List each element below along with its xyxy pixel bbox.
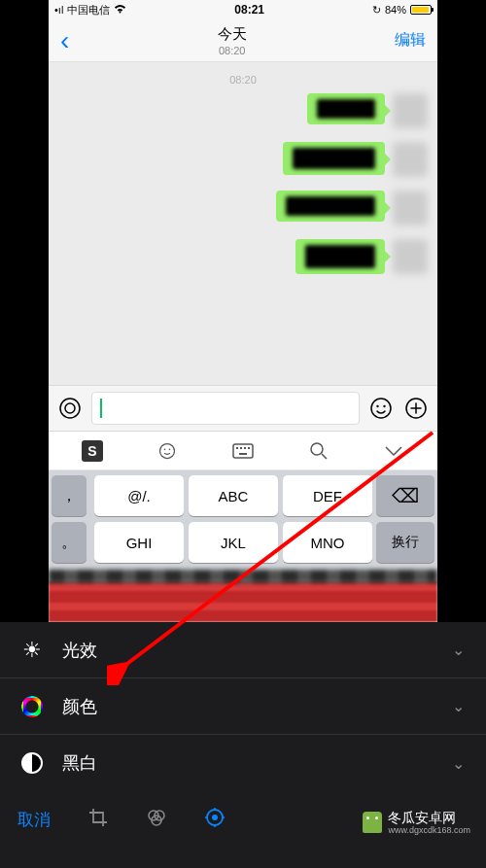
key-1[interactable]: @/. (94, 475, 184, 516)
message-row (58, 191, 428, 226)
svg-rect-11 (240, 447, 242, 449)
svg-point-6 (160, 443, 175, 458)
edit-bw-label: 黑白 (62, 751, 97, 775)
nav-subtitle: 08:20 (69, 45, 395, 56)
svg-rect-13 (248, 447, 250, 449)
adjust-icon[interactable] (204, 807, 226, 833)
message-input[interactable] (91, 392, 360, 425)
search-button[interactable] (301, 437, 336, 465)
svg-point-15 (311, 443, 323, 455)
svg-rect-12 (244, 447, 246, 449)
avatar[interactable] (393, 142, 428, 177)
svg-rect-14 (239, 453, 247, 455)
edit-button[interactable]: 编辑 (395, 30, 426, 51)
edit-light-row[interactable]: ☀ 光效 ⌄ (0, 622, 486, 678)
crop-icon[interactable] (87, 807, 109, 833)
emoji-button[interactable] (367, 395, 395, 422)
keyboard-toolbar: S (49, 432, 437, 470)
chevron-down-icon: ⌄ (452, 754, 465, 773)
brightness-icon: ☀ (19, 638, 45, 663)
android-icon (363, 812, 382, 833)
svg-point-21 (212, 815, 218, 820)
bw-icon (19, 750, 45, 776)
collapse-keyboard-button[interactable] (376, 437, 411, 465)
filters-icon[interactable] (146, 807, 167, 833)
watermark-url: www.dgxcdk168.com (388, 825, 470, 835)
key-jkl[interactable]: JKL (189, 522, 278, 563)
wechat-screenshot: •ıl 中国电信 08:21 ↻ 84% ‹ 今天 08:20 编辑 08:20 (49, 0, 437, 622)
key-enter[interactable]: 换行 (376, 522, 434, 563)
key-comma[interactable]: ， (52, 475, 87, 516)
obscured-row (49, 581, 437, 622)
svg-point-1 (65, 403, 75, 413)
svg-point-4 (383, 405, 385, 407)
nav-title: 今天 (69, 25, 395, 44)
key-ghi[interactable]: GHI (94, 522, 184, 563)
status-time: 08:21 (234, 3, 264, 17)
voice-button[interactable] (56, 395, 84, 422)
key-mno[interactable]: MNO (283, 522, 372, 563)
battery-percent: 84% (385, 4, 406, 16)
edit-bw-row[interactable]: 黑白 ⌄ (0, 735, 486, 791)
message-bubble[interactable] (276, 191, 385, 222)
avatar[interactable] (393, 191, 428, 226)
svg-point-2 (371, 399, 391, 418)
chat-area[interactable]: 08:20 (49, 62, 437, 385)
nav-header: ‹ 今天 08:20 编辑 (49, 19, 437, 62)
edit-light-label: 光效 (62, 639, 97, 662)
avatar[interactable] (393, 93, 428, 128)
svg-point-3 (376, 405, 378, 407)
svg-rect-9 (233, 444, 253, 458)
status-bar: •ıl 中国电信 08:21 ↻ 84% (49, 0, 437, 19)
key-def[interactable]: DEF (283, 475, 372, 516)
back-button[interactable]: ‹ (60, 27, 69, 54)
chevron-down-icon: ⌄ (452, 641, 465, 659)
signal-icon: •ıl (54, 4, 63, 16)
message-bubble[interactable] (307, 93, 385, 124)
message-row (58, 93, 428, 128)
message-bubble[interactable] (283, 142, 385, 175)
watermark: 冬瓜安卓网 www.dgxcdk168.com (355, 806, 478, 839)
svg-point-8 (169, 448, 171, 450)
key-abc[interactable]: ABC (189, 475, 278, 516)
plus-button[interactable] (402, 395, 430, 422)
message-row (58, 142, 428, 177)
message-row (58, 239, 428, 274)
chat-timestamp: 08:20 (58, 72, 428, 93)
avatar[interactable] (393, 239, 428, 274)
battery-icon (410, 5, 432, 15)
wifi-icon (114, 4, 126, 16)
chat-input-bar (49, 385, 437, 432)
edit-color-row[interactable]: 颜色 ⌄ (0, 678, 486, 735)
keyboard-switch-button[interactable] (226, 437, 260, 465)
emoji-kb-button[interactable] (150, 437, 185, 465)
key-backspace[interactable]: ⌫ (376, 475, 434, 516)
edit-color-label: 颜色 (62, 695, 97, 718)
sogou-button[interactable]: S (75, 437, 110, 465)
svg-point-0 (60, 399, 80, 418)
svg-rect-10 (236, 447, 238, 449)
key-period[interactable]: 。 (52, 522, 87, 563)
message-bubble[interactable] (295, 239, 385, 274)
charging-icon: ↻ (372, 4, 381, 17)
chevron-down-icon: ⌄ (452, 697, 465, 715)
svg-point-7 (164, 448, 166, 450)
color-wheel-icon (19, 694, 45, 719)
cancel-button[interactable]: 取消 (17, 809, 51, 831)
carrier-label: 中国电信 (67, 3, 110, 17)
